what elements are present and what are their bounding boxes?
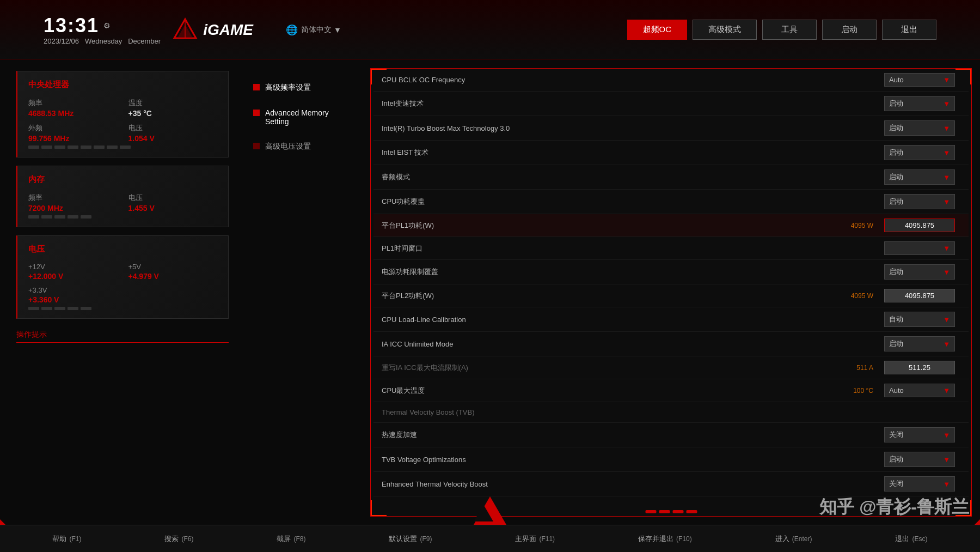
setting-row[interactable]: TVB Voltage Optimizations启动▼ xyxy=(373,447,969,472)
setting-row[interactable]: 睿频模式启动▼ xyxy=(373,165,969,190)
dropdown-button[interactable]: 关闭▼ xyxy=(884,427,955,442)
cpu-freq-group: 频率 4688.53 MHz xyxy=(28,98,118,118)
dropdown-button[interactable]: 启动▼ xyxy=(884,169,955,185)
ram-card-title: 内存 xyxy=(28,174,217,185)
setting-control[interactable]: 启动▼ xyxy=(884,96,960,111)
cpu-volt-label: 电压 xyxy=(128,123,218,133)
bottom-bar-item[interactable]: 退出 (Esc) xyxy=(895,534,927,544)
nav-btn-boot[interactable]: 启动 xyxy=(822,20,877,40)
dropdown-button[interactable]: 启动▼ xyxy=(884,145,955,160)
setting-control[interactable]: Auto▼ xyxy=(884,73,960,87)
dropdown-button[interactable]: 自动▼ xyxy=(884,312,955,327)
center-triangle xyxy=(474,496,506,525)
setting-control[interactable]: 启动▼ xyxy=(884,452,960,467)
setting-row[interactable]: 平台PL1功耗(W)4095 W4095.875 xyxy=(373,214,969,237)
setting-control[interactable]: 启动▼ xyxy=(884,336,960,351)
setting-control[interactable]: Auto▼ xyxy=(884,384,960,397)
date-display: 2023/12/06 Wednesday December xyxy=(44,37,161,45)
bottom-key-label: (F8) xyxy=(293,535,305,543)
dropdown-button[interactable]: ▼ xyxy=(884,241,955,255)
sidebar-label-memory: Advanced Memory Setting xyxy=(265,108,351,126)
header-time: 13:31 ⚙ 2023/12/06 Wednesday December xyxy=(44,14,161,45)
bottom-center-decor xyxy=(474,496,506,525)
dropdown-button[interactable]: 启动▼ xyxy=(884,336,955,351)
setting-row[interactable]: CPU BCLK OC FrequencyAuto▼ xyxy=(373,69,969,92)
language-selector[interactable]: 🌐 简体中文 ▼ xyxy=(286,24,341,36)
setting-control[interactable]: 511.25 xyxy=(884,361,960,374)
setting-row[interactable]: Intel变速技术启动▼ xyxy=(373,92,969,116)
v5-group: +5V +4.979 V xyxy=(128,263,218,281)
dropdown-arrow-icon: ▼ xyxy=(943,173,950,181)
dropdown-arrow-icon: ▼ xyxy=(943,198,950,206)
logo-icon xyxy=(171,16,199,44)
dropdown-arrow-icon: ▼ xyxy=(943,149,950,157)
bottom-action-label: 主界面 xyxy=(515,534,536,544)
sidebar-item-freq[interactable]: 高级频率设置 xyxy=(248,76,357,99)
bottom-bar-item[interactable]: 保存并退出 (F10) xyxy=(638,534,692,544)
bottom-bar-item[interactable]: 帮助 (F1) xyxy=(52,534,81,544)
nav-btn-advanced[interactable]: 高级模式 xyxy=(693,20,757,40)
setting-control[interactable]: 4095.875 xyxy=(884,289,960,302)
setting-row[interactable]: Intel EIST 技术启动▼ xyxy=(373,141,969,165)
setting-row[interactable]: 平台PL2功耗(W)4095 W4095.875 xyxy=(373,284,969,307)
bottom-key-label: (F6) xyxy=(181,535,193,543)
setting-row[interactable]: CPU最大温度100 °CAuto▼ xyxy=(373,379,969,402)
setting-control[interactable]: 启动▼ xyxy=(884,145,960,160)
bottom-action-label: 进入 xyxy=(775,534,789,544)
setting-control[interactable]: 启动▼ xyxy=(884,169,960,185)
bottom-bar-item[interactable]: 截屏 (F8) xyxy=(277,534,305,544)
setting-row[interactable]: Intel(R) Turbo Boost Max Technology 3.0启… xyxy=(373,116,969,141)
sidebar-item-memory[interactable]: Advanced Memory Setting xyxy=(248,102,357,132)
bottom-bar-item[interactable]: 搜索 (F6) xyxy=(164,534,193,544)
dropdown-button[interactable]: 启动▼ xyxy=(884,264,955,280)
value-input[interactable]: 4095.875 xyxy=(884,289,955,302)
value-input[interactable]: 4095.875 xyxy=(884,219,955,232)
dropdown-button[interactable]: Auto▼ xyxy=(884,73,955,87)
setting-control[interactable]: ▼ xyxy=(884,241,960,255)
dropdown-arrow-icon: ▼ xyxy=(943,431,950,439)
dropdown-button[interactable]: Auto▼ xyxy=(884,384,955,397)
dropdown-button[interactable]: 关闭▼ xyxy=(884,476,955,492)
setting-row[interactable]: 电源功耗限制覆盖启动▼ xyxy=(373,260,969,284)
cpu-card: 中央处理器 频率 4688.53 MHz 温度 +35 °C 外频 99.756… xyxy=(16,71,229,157)
setting-row[interactable]: Enhanced Thermal Velocity Boost关闭▼ xyxy=(373,472,969,496)
dropdown-button[interactable]: 启动▼ xyxy=(884,96,955,111)
setting-row[interactable]: 热速度加速关闭▼ xyxy=(373,423,969,447)
frame-corner-tl xyxy=(370,68,387,84)
setting-row[interactable]: CPU功耗覆盖启动▼ xyxy=(373,190,969,214)
setting-control[interactable]: 4095.875 xyxy=(884,219,960,232)
setting-control[interactable]: 关闭▼ xyxy=(884,476,960,492)
bottom-bar-item[interactable]: 主界面 (F11) xyxy=(515,534,555,544)
dropdown-button[interactable]: 启动▼ xyxy=(884,194,955,209)
bottom-bar-item[interactable]: 进入 (Enter) xyxy=(775,534,812,544)
cpu-freq-label: 频率 xyxy=(28,98,118,108)
nav-btn-oc[interactable]: 超频OC xyxy=(627,20,688,40)
setting-row[interactable]: 重写IA ICC最大电流限制(A)511 A511.25 xyxy=(373,356,969,379)
dropdown-arrow-icon: ▼ xyxy=(943,76,950,84)
dropdown-button[interactable]: 启动▼ xyxy=(884,120,955,136)
setting-hint: 511 A xyxy=(830,364,873,372)
setting-row[interactable]: IA ICC Unlimited Mode启动▼ xyxy=(373,332,969,356)
cpu-temp-label: 温度 xyxy=(128,98,218,108)
sidebar-item-voltage[interactable]: 高级电压设置 xyxy=(248,135,357,158)
value-input[interactable]: 511.25 xyxy=(884,361,955,374)
bottom-key-label: (F1) xyxy=(69,535,81,543)
setting-row[interactable]: PL1时间窗口▼ xyxy=(373,237,969,260)
voltage-card: 电压 +12V +12.000 V +5V +4.979 V +3.3V +3.… xyxy=(16,235,229,319)
setting-control[interactable]: 启动▼ xyxy=(884,120,960,136)
nav-btn-tools[interactable]: 工具 xyxy=(762,20,817,40)
setting-control[interactable]: 启动▼ xyxy=(884,194,960,209)
setting-control[interactable]: 启动▼ xyxy=(884,264,960,280)
sidebar-icon-freq xyxy=(253,84,260,90)
setting-name: 重写IA ICC最大电流限制(A) xyxy=(382,363,830,373)
dropdown-button[interactable]: 启动▼ xyxy=(884,452,955,467)
setting-row[interactable]: CPU Load-Line Calibration自动▼ xyxy=(373,307,969,332)
setting-control[interactable]: 关闭▼ xyxy=(884,427,960,442)
header-nav: 超频OC 高级模式 工具 启动 退出 xyxy=(627,20,937,40)
setting-control[interactable]: 自动▼ xyxy=(884,312,960,327)
setting-row[interactable]: Thermal Velocity Boost (TVB) xyxy=(373,402,969,423)
nav-btn-exit[interactable]: 退出 xyxy=(882,20,936,40)
bottom-bar-item[interactable]: 默认设置 (F9) xyxy=(389,534,432,544)
setting-name: Thermal Velocity Boost (TVB) xyxy=(382,408,830,416)
bottom-action-label: 截屏 xyxy=(277,534,291,544)
